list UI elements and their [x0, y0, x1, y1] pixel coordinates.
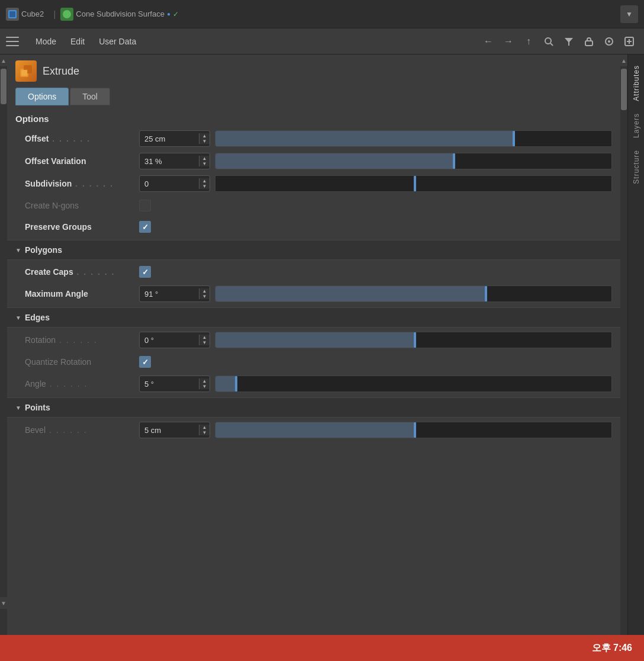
subdivision-row: Subdivision 0 ▲ ▼: [7, 172, 620, 195]
offset-spinners[interactable]: ▲ ▼: [199, 133, 210, 144]
edges-heading: Edges: [25, 313, 50, 322]
back-btn[interactable]: ←: [479, 33, 497, 50]
offset-variation-thumb[interactable]: [453, 153, 455, 169]
scroll-down-btn[interactable]: ▼: [620, 5, 638, 23]
sidebar-tab-attributes[interactable]: Attributes: [630, 59, 643, 107]
subdivision-slider[interactable]: [215, 175, 612, 192]
offset-variation-value: 31 %: [140, 157, 199, 166]
maximum-angle-down[interactable]: ▼: [199, 294, 210, 299]
angle-input[interactable]: 5 ° ▲ ▼: [139, 376, 210, 392]
record-btn[interactable]: [600, 33, 618, 50]
tab-options[interactable]: Options: [15, 88, 69, 105]
rotation-input[interactable]: 0 ° ▲ ▼: [139, 332, 210, 348]
edges-section-header[interactable]: ▼ Edges: [7, 307, 620, 328]
cube2-icon: [6, 8, 19, 21]
create-ngons-checkbox[interactable]: [139, 200, 151, 211]
offset-variation-fill: [215, 153, 453, 169]
sidebar-tab-layers[interactable]: Layers: [630, 107, 643, 144]
rotation-up[interactable]: ▲: [199, 335, 210, 340]
search-btn[interactable]: [540, 33, 558, 50]
offset-variation-down[interactable]: ▼: [199, 161, 210, 166]
subdivision-up[interactable]: ▲: [199, 178, 210, 184]
green-check: ✓: [173, 10, 179, 18]
svg-point-8: [608, 40, 610, 43]
right-scroll-up[interactable]: ▲: [620, 54, 627, 66]
maximum-angle-spinners[interactable]: ▲ ▼: [199, 288, 210, 299]
tab-tool[interactable]: Tool: [70, 88, 110, 105]
up-btn[interactable]: ↑: [520, 33, 537, 50]
offset-slider[interactable]: [215, 130, 612, 147]
offset-variation-slider[interactable]: [215, 153, 612, 169]
offset-slider-fill: [215, 131, 513, 146]
bevel-row: Bevel 5 cm ▲ ▼: [7, 419, 620, 441]
bevel-input[interactable]: 5 cm ▲ ▼: [139, 422, 210, 438]
create-caps-checkbox[interactable]: ✓: [139, 266, 151, 278]
bevel-thumb[interactable]: [414, 422, 416, 438]
maximum-angle-slider[interactable]: [215, 285, 612, 302]
bevel-slider[interactable]: [215, 422, 612, 438]
offset-input[interactable]: 25 cm ▲ ▼: [139, 130, 210, 147]
quantize-rotation-checkbox[interactable]: ✓: [139, 356, 151, 368]
rotation-label: Rotation: [25, 335, 134, 345]
scroll-up-arrow[interactable]: ▲: [0, 54, 7, 66]
maximum-angle-thumb[interactable]: [485, 286, 487, 301]
offset-row: Offset 25 cm ▲ ▼: [7, 127, 620, 150]
bevel-spinners[interactable]: ▲ ▼: [199, 425, 210, 435]
subdivision-label: Subdivision: [25, 179, 134, 188]
angle-slider[interactable]: [215, 376, 612, 392]
subdivision-input[interactable]: 0 ▲ ▼: [139, 175, 210, 192]
subdivision-down[interactable]: ▼: [199, 184, 210, 189]
offset-variation-input[interactable]: 31 % ▲ ▼: [139, 153, 210, 169]
polygons-section-header[interactable]: ▼ Polygons: [7, 240, 620, 260]
offset-slider-thumb[interactable]: [513, 131, 515, 146]
offset-variation-spinners[interactable]: ▲ ▼: [199, 156, 210, 166]
scroll-thumb[interactable]: [1, 69, 7, 104]
right-scroll-thumb[interactable]: [621, 69, 627, 110]
scroll-down-arrow[interactable]: ▼: [0, 597, 326, 609]
rotation-down[interactable]: ▼: [199, 340, 210, 345]
offset-variation-row: Offset Variation 31 % ▲ ▼: [7, 150, 620, 172]
preserve-groups-label: Preserve Groups: [25, 222, 134, 232]
mode-menu[interactable]: Mode: [30, 34, 62, 49]
bevel-fill: [215, 422, 414, 438]
cube2-item: Cube2: [6, 8, 44, 21]
user-data-menu[interactable]: User Data: [93, 34, 142, 49]
offset-variation-up[interactable]: ▲: [199, 156, 210, 161]
edit-menu[interactable]: Edit: [65, 34, 91, 49]
rotation-value: 0 °: [140, 336, 199, 345]
top-bar: Cube2 | Cone Subdivision Surface ● ✓ ▼: [0, 0, 644, 28]
hamburger-menu[interactable]: [6, 37, 19, 46]
status-time: 오후 7:46: [592, 642, 632, 654]
angle-up[interactable]: ▲: [199, 378, 210, 384]
offset-up[interactable]: ▲: [199, 133, 210, 139]
offset-variation-label: Offset Variation: [25, 156, 134, 166]
angle-down[interactable]: ▼: [199, 384, 210, 389]
subdivision-spinners[interactable]: ▲ ▼: [199, 178, 210, 189]
options-scroll-area[interactable]: Options Offset 25 cm ▲ ▼: [7, 109, 620, 635]
create-caps-label: Create Caps: [25, 267, 134, 277]
rotation-slider[interactable]: [215, 332, 612, 348]
maximum-angle-up[interactable]: ▲: [199, 288, 210, 294]
svg-rect-1: [9, 11, 15, 17]
add-btn[interactable]: [620, 33, 638, 50]
rotation-spinners[interactable]: ▲ ▼: [199, 335, 210, 345]
bevel-up[interactable]: ▲: [199, 425, 210, 430]
lock-btn[interactable]: [580, 33, 598, 50]
maximum-angle-input[interactable]: 91 ° ▲ ▼: [139, 285, 210, 302]
sidebar-tab-structure[interactable]: Structure: [630, 144, 643, 190]
filter-btn[interactable]: [560, 33, 578, 50]
bevel-down[interactable]: ▼: [199, 430, 210, 435]
points-section-header[interactable]: ▼ Points: [7, 397, 620, 418]
rotation-thumb[interactable]: [414, 332, 416, 348]
points-heading: Points: [25, 403, 50, 412]
subdivision-thumb[interactable]: [414, 176, 416, 191]
preserve-groups-checkbox[interactable]: ✓: [139, 221, 151, 233]
angle-spinners[interactable]: ▲ ▼: [199, 378, 210, 389]
forward-btn[interactable]: →: [500, 33, 517, 50]
polygons-heading: Polygons: [25, 245, 62, 255]
tabs-bar: Options Tool: [7, 88, 620, 105]
offset-value: 25 cm: [140, 134, 199, 143]
angle-thumb[interactable]: [235, 376, 237, 392]
cube2-label: Cube2: [21, 9, 44, 18]
offset-down[interactable]: ▼: [199, 139, 210, 144]
